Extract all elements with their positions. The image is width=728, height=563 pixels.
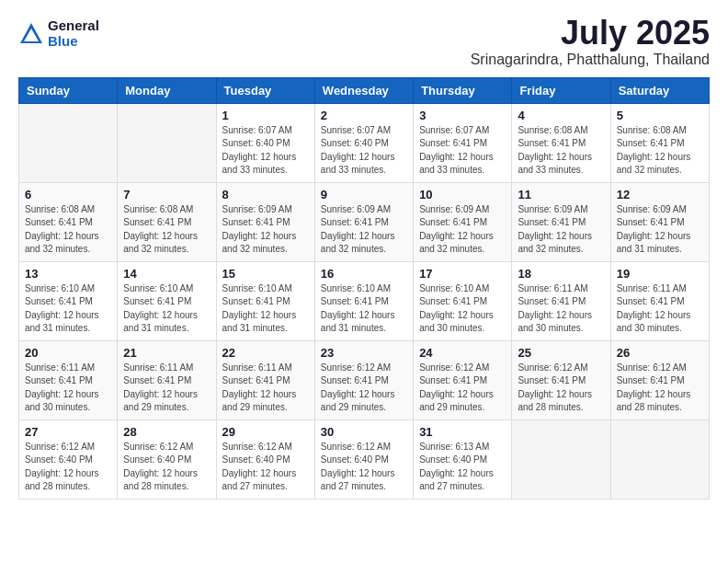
logo-blue: Blue	[48, 34, 99, 50]
day-detail: Sunrise: 6:10 AMSunset: 6:41 PMDaylight:…	[419, 282, 506, 336]
calendar-cell: 1Sunrise: 6:07 AMSunset: 6:40 PMDaylight…	[216, 103, 314, 182]
day-detail: Sunrise: 6:07 AMSunset: 6:41 PMDaylight:…	[419, 124, 506, 178]
title-area: July 2025 Srinagarindra, Phatthalung, Th…	[471, 15, 710, 68]
day-detail: Sunrise: 6:12 AMSunset: 6:40 PMDaylight:…	[123, 441, 210, 494]
day-number: 26	[617, 346, 703, 360]
day-detail: Sunrise: 6:09 AMSunset: 6:41 PMDaylight:…	[617, 203, 703, 257]
day-detail: Sunrise: 6:10 AMSunset: 6:41 PMDaylight:…	[25, 282, 111, 336]
calendar-cell: 9Sunrise: 6:09 AMSunset: 6:41 PMDaylight…	[314, 182, 413, 261]
day-number: 28	[123, 425, 210, 439]
day-number: 1	[222, 109, 309, 122]
weekday-header: Wednesday	[314, 77, 413, 103]
calendar-cell: 16Sunrise: 6:10 AMSunset: 6:41 PMDayligh…	[314, 261, 413, 340]
calendar-cell: 27Sunrise: 6:12 AMSunset: 6:40 PMDayligh…	[19, 419, 118, 499]
calendar-cell: 8Sunrise: 6:09 AMSunset: 6:41 PMDaylight…	[216, 182, 314, 261]
day-detail: Sunrise: 6:12 AMSunset: 6:40 PMDaylight:…	[25, 441, 111, 494]
calendar-cell: 12Sunrise: 6:09 AMSunset: 6:41 PMDayligh…	[610, 182, 709, 261]
calendar-cell: 22Sunrise: 6:11 AMSunset: 6:41 PMDayligh…	[216, 340, 314, 419]
calendar-cell: 4Sunrise: 6:08 AMSunset: 6:41 PMDaylight…	[512, 103, 610, 182]
calendar-cell: 29Sunrise: 6:12 AMSunset: 6:40 PMDayligh…	[216, 419, 314, 499]
calendar-cell: 21Sunrise: 6:11 AMSunset: 6:41 PMDayligh…	[118, 340, 216, 419]
calendar-cell: 30Sunrise: 6:12 AMSunset: 6:40 PMDayligh…	[314, 419, 413, 499]
calendar-header-row: SundayMondayTuesdayWednesdayThursdayFrid…	[19, 77, 710, 103]
day-detail: Sunrise: 6:10 AMSunset: 6:41 PMDaylight:…	[321, 282, 407, 336]
calendar-cell: 19Sunrise: 6:11 AMSunset: 6:41 PMDayligh…	[610, 261, 709, 340]
calendar-table: SundayMondayTuesdayWednesdayThursdayFrid…	[18, 77, 710, 500]
calendar-cell: 23Sunrise: 6:12 AMSunset: 6:41 PMDayligh…	[314, 340, 413, 419]
day-number: 4	[518, 109, 604, 122]
day-detail: Sunrise: 6:09 AMSunset: 6:41 PMDaylight:…	[222, 203, 309, 257]
day-detail: Sunrise: 6:08 AMSunset: 6:41 PMDaylight:…	[123, 203, 210, 257]
day-detail: Sunrise: 6:12 AMSunset: 6:41 PMDaylight:…	[617, 362, 703, 415]
weekday-header: Tuesday	[216, 77, 314, 103]
day-number: 8	[222, 188, 309, 201]
day-number: 20	[25, 346, 111, 360]
day-detail: Sunrise: 6:11 AMSunset: 6:41 PMDaylight:…	[518, 282, 604, 336]
calendar-cell: 14Sunrise: 6:10 AMSunset: 6:41 PMDayligh…	[118, 261, 216, 340]
day-number: 22	[222, 346, 309, 360]
weekday-header: Saturday	[610, 77, 709, 103]
day-number: 19	[617, 267, 703, 281]
day-number: 12	[617, 188, 703, 201]
calendar-cell: 7Sunrise: 6:08 AMSunset: 6:41 PMDaylight…	[118, 182, 216, 261]
day-detail: Sunrise: 6:12 AMSunset: 6:40 PMDaylight:…	[222, 441, 309, 494]
day-detail: Sunrise: 6:09 AMSunset: 6:41 PMDaylight:…	[321, 203, 407, 257]
day-number: 6	[25, 188, 111, 201]
calendar-cell: 10Sunrise: 6:09 AMSunset: 6:41 PMDayligh…	[414, 182, 512, 261]
calendar-cell: 3Sunrise: 6:07 AMSunset: 6:41 PMDaylight…	[414, 103, 512, 182]
day-number: 24	[419, 346, 506, 360]
day-number: 21	[123, 346, 210, 360]
calendar-cell: 13Sunrise: 6:10 AMSunset: 6:41 PMDayligh…	[19, 261, 118, 340]
calendar-cell: 20Sunrise: 6:11 AMSunset: 6:41 PMDayligh…	[19, 340, 118, 419]
logo: General Blue	[18, 18, 99, 49]
day-number: 5	[617, 109, 703, 122]
day-detail: Sunrise: 6:11 AMSunset: 6:41 PMDaylight:…	[123, 362, 210, 415]
weekday-header: Friday	[512, 77, 610, 103]
day-detail: Sunrise: 6:12 AMSunset: 6:40 PMDaylight:…	[321, 441, 407, 494]
calendar-cell: 25Sunrise: 6:12 AMSunset: 6:41 PMDayligh…	[512, 340, 610, 419]
calendar-cell	[19, 103, 118, 182]
day-number: 18	[518, 267, 604, 281]
day-number: 15	[222, 267, 309, 281]
day-number: 16	[321, 267, 407, 281]
day-detail: Sunrise: 6:10 AMSunset: 6:41 PMDaylight:…	[123, 282, 210, 336]
day-detail: Sunrise: 6:11 AMSunset: 6:41 PMDaylight:…	[25, 362, 111, 415]
day-number: 27	[25, 425, 111, 439]
calendar-cell: 28Sunrise: 6:12 AMSunset: 6:40 PMDayligh…	[118, 419, 216, 499]
day-detail: Sunrise: 6:08 AMSunset: 6:41 PMDaylight:…	[617, 124, 703, 178]
day-detail: Sunrise: 6:13 AMSunset: 6:40 PMDaylight:…	[419, 441, 506, 494]
calendar-cell: 24Sunrise: 6:12 AMSunset: 6:41 PMDayligh…	[414, 340, 512, 419]
day-detail: Sunrise: 6:10 AMSunset: 6:41 PMDaylight:…	[222, 282, 309, 336]
calendar-week-row: 6Sunrise: 6:08 AMSunset: 6:41 PMDaylight…	[19, 182, 710, 261]
day-detail: Sunrise: 6:09 AMSunset: 6:41 PMDaylight:…	[518, 203, 604, 257]
weekday-header: Monday	[118, 77, 216, 103]
day-detail: Sunrise: 6:12 AMSunset: 6:41 PMDaylight:…	[518, 362, 604, 415]
day-detail: Sunrise: 6:11 AMSunset: 6:41 PMDaylight:…	[617, 282, 703, 336]
day-detail: Sunrise: 6:08 AMSunset: 6:41 PMDaylight:…	[25, 203, 111, 257]
day-detail: Sunrise: 6:11 AMSunset: 6:41 PMDaylight:…	[222, 362, 309, 415]
day-number: 3	[419, 109, 506, 122]
day-number: 10	[419, 188, 506, 201]
day-detail: Sunrise: 6:07 AMSunset: 6:40 PMDaylight:…	[222, 124, 309, 178]
calendar-cell: 5Sunrise: 6:08 AMSunset: 6:41 PMDaylight…	[610, 103, 709, 182]
logo-text: General Blue	[48, 18, 99, 49]
day-number: 2	[321, 109, 407, 122]
weekday-header: Sunday	[19, 77, 118, 103]
day-number: 23	[321, 346, 407, 360]
page-header: General Blue July 2025 Srinagarindra, Ph…	[18, 15, 710, 68]
day-number: 9	[321, 188, 407, 201]
day-number: 11	[518, 188, 604, 201]
calendar-cell: 31Sunrise: 6:13 AMSunset: 6:40 PMDayligh…	[414, 419, 512, 499]
day-number: 30	[321, 425, 407, 439]
logo-general: General	[48, 18, 99, 34]
calendar-week-row: 27Sunrise: 6:12 AMSunset: 6:40 PMDayligh…	[19, 419, 710, 499]
calendar-cell	[118, 103, 216, 182]
calendar-cell: 11Sunrise: 6:09 AMSunset: 6:41 PMDayligh…	[512, 182, 610, 261]
calendar-cell: 26Sunrise: 6:12 AMSunset: 6:41 PMDayligh…	[610, 340, 709, 419]
day-number: 7	[123, 188, 210, 201]
day-number: 17	[419, 267, 506, 281]
day-detail: Sunrise: 6:09 AMSunset: 6:41 PMDaylight:…	[419, 203, 506, 257]
calendar-cell	[610, 419, 709, 499]
calendar-cell: 6Sunrise: 6:08 AMSunset: 6:41 PMDaylight…	[19, 182, 118, 261]
day-detail: Sunrise: 6:12 AMSunset: 6:41 PMDaylight:…	[419, 362, 506, 415]
